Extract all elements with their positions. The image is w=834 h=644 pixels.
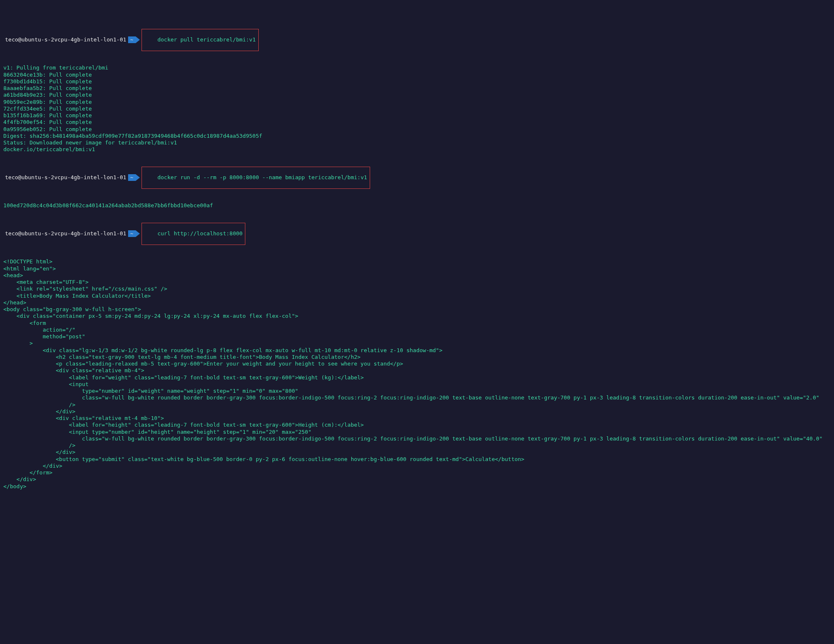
- terminal-output-line: type="number" id="weight" name="weight" …: [0, 388, 834, 394]
- terminal-output-line: class="w-full bg-white rounded border bo…: [0, 435, 834, 442]
- prompt-user: teco@ubuntu-s-2vcpu-4gb-intel-lon1-01: [3, 174, 126, 181]
- command-highlight-2: docker run -d --rm -p 8000:8000 --name b…: [142, 167, 370, 189]
- command-text: docker pull tericcabrel/bmi:v1: [157, 36, 256, 43]
- terminal-output-line: <div class="lg:w-1/3 md:w-1/2 bg-white r…: [0, 347, 834, 354]
- terminal-output-line: <label for="height" class="leading-7 fon…: [0, 422, 834, 428]
- terminal-output-line: 8aaaebfaa5b2: Pull complete: [0, 85, 834, 92]
- prompt-line-2[interactable]: teco@ubuntu-s-2vcpu-4gb-intel-lon1-01 ~ …: [0, 167, 834, 189]
- terminal-output-line: </body>: [0, 483, 834, 490]
- terminal-output-line: <html lang="en">: [0, 265, 834, 272]
- terminal-output-line: </form>: [0, 469, 834, 476]
- prompt-user: teco@ubuntu-s-2vcpu-4gb-intel-lon1-01: [3, 230, 126, 237]
- terminal-output-line: docker.io/tericcabrel/bmi:v1: [0, 146, 834, 153]
- terminal-output-line: <form: [0, 320, 834, 327]
- terminal-output-line: Digest: sha256:b481498a4ba59cdf909e77f82…: [0, 133, 834, 139]
- command-highlight-3: curl http://localhost:8000: [142, 223, 246, 245]
- terminal-output-line: <meta charset="UTF-8">: [0, 279, 834, 286]
- terminal-output-line: class="w-full bg-white rounded border bo…: [0, 394, 834, 401]
- terminal-output-line: <input type="number" id="height" name="h…: [0, 429, 834, 435]
- terminal-output-line: <div class="relative mt-4 mb-10">: [0, 415, 834, 422]
- prompt-arrow-icon: ~: [128, 36, 140, 43]
- terminal-output-line: </div>: [0, 476, 834, 483]
- terminal-output-line: <label for="weight" class="leading-7 fon…: [0, 374, 834, 381]
- output-block-1: v1: Pulling from tericcabrel/bmi8663204c…: [0, 64, 834, 153]
- terminal-output-line: action="/": [0, 327, 834, 333]
- terminal-output-line: <title>Body Mass Index Calculator</title…: [0, 293, 834, 299]
- terminal-output-line: 4f4fb700ef54: Pull complete: [0, 119, 834, 126]
- terminal-output-line: />: [0, 402, 834, 408]
- terminal-output-line: v1: Pulling from tericcabrel/bmi: [0, 64, 834, 71]
- prompt-arrow-icon: ~: [128, 174, 140, 181]
- output-block-3: <!DOCTYPE html><html lang="en"><head> <m…: [0, 258, 834, 490]
- terminal-output-line: 72cffd334ee5: Pull complete: [0, 106, 834, 112]
- terminal-output-line: Status: Downloaded newer image for teric…: [0, 139, 834, 146]
- terminal-output-line: <h2 class="text-gray-900 text-lg mb-4 fo…: [0, 354, 834, 361]
- terminal-output-line: f730bd1d4b15: Pull complete: [0, 78, 834, 85]
- terminal-output-line: 100ed720d8c4c04d3b08f662ca40141a264abab2…: [0, 202, 834, 209]
- terminal-output-line: <div class="container px-5 sm:py-24 md:p…: [0, 313, 834, 319]
- terminal-output-line: <div class="relative mb-4">: [0, 367, 834, 374]
- terminal-output-line: >: [0, 340, 834, 347]
- command-text: docker run -d --rm -p 8000:8000 --name b…: [157, 174, 367, 180]
- prompt-line-3[interactable]: teco@ubuntu-s-2vcpu-4gb-intel-lon1-01 ~ …: [0, 223, 834, 245]
- prompt-line-1[interactable]: teco@ubuntu-s-2vcpu-4gb-intel-lon1-01 ~ …: [0, 29, 834, 51]
- terminal-output-line: <!DOCTYPE html>: [0, 258, 834, 265]
- terminal-output-line: 8663204ce13b: Pull complete: [0, 72, 834, 78]
- terminal-output-line: </div>: [0, 463, 834, 469]
- output-block-2: 100ed720d8c4c04d3b08f662ca40141a264abab2…: [0, 202, 834, 209]
- prompt-arrow-icon: ~: [128, 230, 140, 237]
- terminal-output-line: </div>: [0, 449, 834, 456]
- terminal-output-line: <button type="submit" class="text-white …: [0, 456, 834, 463]
- terminal-output-line: a61bd84b9e23: Pull complete: [0, 92, 834, 98]
- terminal-output-line: 0a95956eb052: Pull complete: [0, 126, 834, 133]
- prompt-user: teco@ubuntu-s-2vcpu-4gb-intel-lon1-01: [3, 36, 126, 43]
- terminal-output-line: b135f16b1a69: Pull complete: [0, 112, 834, 119]
- terminal-output-line: </div>: [0, 408, 834, 415]
- terminal-output-line: </head>: [0, 299, 834, 306]
- terminal-output-line: />: [0, 442, 834, 449]
- command-highlight-1: docker pull tericcabrel/bmi:v1: [142, 29, 259, 51]
- terminal-output-line: <head>: [0, 272, 834, 279]
- terminal-output-line: <body class="bg-gray-300 w-full h-screen…: [0, 306, 834, 313]
- terminal-output-line: <link rel="stylesheet" href="/css/main.c…: [0, 286, 834, 292]
- terminal-output-line: <p class="leading-relaxed mb-5 text-gray…: [0, 361, 834, 367]
- terminal-output-line: <input: [0, 381, 834, 388]
- command-text: curl http://localhost:8000: [157, 230, 243, 237]
- terminal-output-line: method="post": [0, 333, 834, 340]
- terminal-output-line: 90b59ec2e89b: Pull complete: [0, 99, 834, 106]
